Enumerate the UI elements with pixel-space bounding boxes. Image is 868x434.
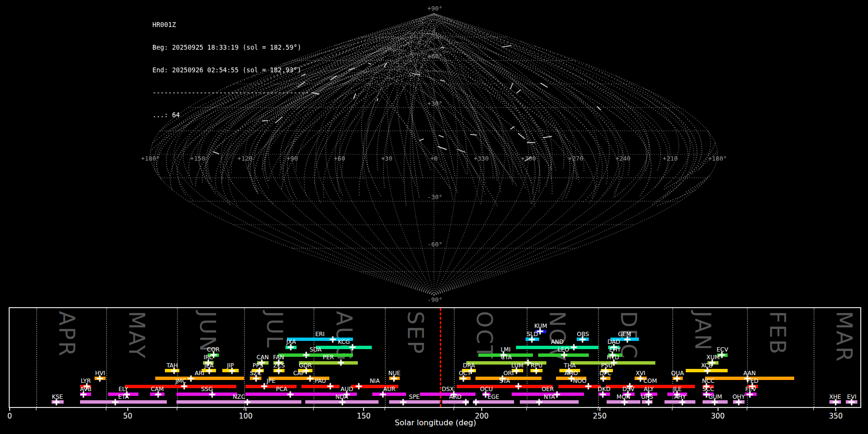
shower-peak-marker-JMC xyxy=(181,383,187,390)
month-tick xyxy=(746,408,747,410)
month-tick xyxy=(453,408,454,410)
shower-bar-JPE xyxy=(245,385,297,388)
shower-peak-marker-TAH xyxy=(171,367,177,374)
month-label-jul: JUL xyxy=(262,311,287,349)
shower-peak-marker-NDA xyxy=(339,399,345,405)
shower-label-ARI: ARI xyxy=(195,370,204,376)
x-tick xyxy=(481,408,482,411)
x-tick xyxy=(9,408,10,411)
month-label-may: MAY xyxy=(124,311,149,360)
shower-peak-marker-NOO xyxy=(585,383,592,390)
echo-count: ...: 64 xyxy=(152,111,309,119)
x-tick-label: 100 xyxy=(239,412,253,420)
shower-peak-marker-PER xyxy=(338,360,344,366)
shower-peak-marker-SZC xyxy=(253,375,259,381)
month-tick xyxy=(597,408,598,410)
shower-peak-marker-SDA xyxy=(303,352,309,358)
shower-label-ARD: ARD xyxy=(449,394,461,400)
shower-peak-marker-PAU xyxy=(327,383,333,390)
x-tick xyxy=(363,408,364,411)
shower-label-ERI: ERI xyxy=(315,331,325,337)
shower-activity-chart: APRMAYJUNJULAUGSEPOCTNOVDECJANFEBMARKUME… xyxy=(9,307,861,408)
month-tick xyxy=(36,408,37,410)
shower-peak-marker-JXA xyxy=(287,344,294,351)
begin-time: Beg: 20250925 18:33:19 (sol = 182.59°) xyxy=(152,44,309,52)
shower-peak-marker-URS xyxy=(645,399,651,405)
month-separator-may xyxy=(106,308,107,407)
shower-peak-marker-EVI xyxy=(849,399,855,405)
shower-peak-marker-FEV xyxy=(747,391,753,397)
shower-label-AND: AND xyxy=(551,339,563,345)
shower-bar-NTA xyxy=(520,400,579,404)
shower-peak-marker-KUM xyxy=(537,328,543,335)
shower-peak-marker-ZCS xyxy=(276,367,282,374)
shower-peak-marker-CAM xyxy=(155,391,161,397)
shower-bar-NZC xyxy=(176,400,301,404)
shower-label-NOO: NOO xyxy=(573,378,586,384)
shower-peak-marker-NTA xyxy=(536,399,542,405)
end-time: End: 20250926 02:54:55 (sol = 182.93°) xyxy=(152,67,309,74)
shower-label-JPE: JPE xyxy=(267,378,275,384)
shower-peak-marker-ETA xyxy=(112,399,119,405)
shower-bar-ETA xyxy=(80,400,167,404)
shower-label-OER: OER xyxy=(542,386,554,392)
shower-label-NTA: NTA xyxy=(543,394,555,400)
shower-peak-marker-LUM xyxy=(514,367,520,374)
x-tick-label: 200 xyxy=(475,412,489,420)
x-tick-label: 0 xyxy=(7,412,12,420)
month-tick xyxy=(106,408,107,410)
shower-peak-marker-SLD xyxy=(529,336,535,342)
month-label-apr: APR xyxy=(54,311,79,357)
shower-peak-marker-DPC xyxy=(600,375,607,381)
shower-peak-marker-OCT xyxy=(460,375,466,381)
shower-peak-marker-AHY xyxy=(679,399,685,405)
shower-peak-marker-ARI xyxy=(188,375,194,381)
shower-peak-marker-QUA xyxy=(674,375,680,381)
shower-peak-marker-EGE xyxy=(473,399,479,405)
shower-peak-marker-NZC xyxy=(244,399,251,405)
shower-label-PAU: PAU xyxy=(315,378,326,384)
shower-peak-marker-HVI xyxy=(97,375,103,381)
shower-peak-marker-JIP xyxy=(229,367,235,374)
shower-label-PCA: PCA xyxy=(276,386,287,392)
shower-label-SPE: SPE xyxy=(409,394,420,400)
shower-peak-marker-DKD xyxy=(600,391,606,397)
shower-peak-marker-ARD xyxy=(462,399,469,405)
shower-peak-marker-JPE xyxy=(261,383,268,390)
shower-bar-EGE xyxy=(473,400,514,404)
shower-peak-marker-AVB xyxy=(80,391,86,397)
shower-bar-ARI xyxy=(155,377,244,380)
shower-peak-marker-RPU xyxy=(533,367,539,374)
shower-peak-marker-ECV xyxy=(719,352,725,358)
month-separator-jul xyxy=(244,308,245,407)
shower-bar-KCG xyxy=(316,346,372,349)
shower-label-EGE: EGE xyxy=(488,394,499,400)
shower-peak-marker-KCG xyxy=(349,344,355,351)
shower-peak-marker-XHE xyxy=(833,399,839,405)
shower-peak-marker-AUR xyxy=(380,391,386,397)
month-separator-mar xyxy=(814,308,814,407)
shower-peak-marker-GUM xyxy=(712,399,718,405)
shower-peak-marker-NUE xyxy=(391,375,397,381)
shower-label-SDA: SDA xyxy=(310,347,322,353)
shower-peak-marker-NIA xyxy=(356,383,362,390)
month-label-feb: FEB xyxy=(765,311,790,355)
shower-peak-marker-LEO xyxy=(561,352,568,358)
station-id: HR001Z xyxy=(152,21,309,29)
shower-peak-marker-XCB xyxy=(705,367,711,374)
x-tick-label: 350 xyxy=(829,412,843,420)
sky-map-canvas xyxy=(0,0,868,308)
shower-bar-SPE xyxy=(389,400,440,404)
x-tick xyxy=(718,408,719,411)
shower-label-STA: STA xyxy=(500,378,510,384)
month-label-oct: OCT xyxy=(472,311,497,360)
shower-label-ETA: ETA xyxy=(118,394,129,400)
shower-peak-marker-GEM xyxy=(624,336,630,342)
month-tick xyxy=(813,408,814,410)
month-separator-apr xyxy=(36,308,37,407)
shower-peak-marker-SSG xyxy=(209,391,216,397)
shower-label-NZC: NZC xyxy=(233,394,245,400)
shower-peak-marker-AND xyxy=(571,344,577,351)
month-tick xyxy=(672,408,673,410)
x-axis-title: Solar longitude (deg) xyxy=(395,418,476,427)
